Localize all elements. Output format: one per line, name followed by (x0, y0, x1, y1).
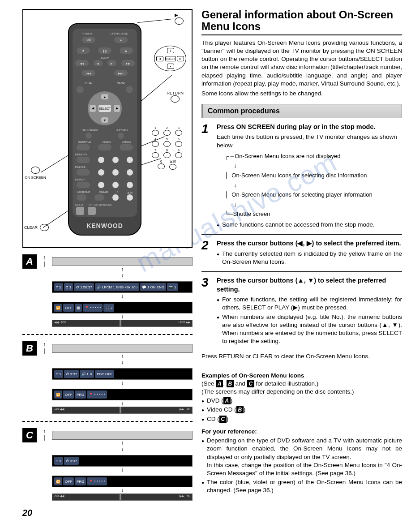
key-8[interactable] (112, 182, 119, 188)
slow-rev-button[interactable]: ◀ (94, 60, 103, 66)
ab-repeat-button[interactable] (77, 194, 86, 201)
on-screen-button[interactable] (86, 133, 92, 139)
letter-c: C (22, 428, 37, 442)
audio-info-icon: 🔊 LPCM 1 ENG 48k 16b (95, 283, 139, 291)
menu-button[interactable] (126, 86, 133, 93)
right-column: General information about On-Screen Menu… (201, 9, 402, 501)
marker-icon: 📍 * * * * * (87, 477, 107, 485)
subtitle-info-icon: 💬 1 ON ENG (140, 283, 166, 291)
subtitle-button[interactable] (77, 144, 90, 150)
osd-example-b: B ↑| ↑↓ T 1 ⏱ 3:37 🔊 L R PBC OFF ↓ 🔁 OFF (22, 341, 193, 414)
marker-icon: 📍 * * * * * (83, 304, 103, 312)
callout-keypad: 123 456 789 0≧10 (150, 126, 184, 172)
time-icon: ⏱ 3:37 (64, 457, 79, 465)
key-5[interactable] (112, 169, 119, 176)
title-icon: T 1 (54, 283, 63, 291)
title-icon: T 1 (54, 370, 63, 378)
key-7[interactable] (98, 182, 104, 188)
shuttle-bar-a: ◀◀ -100 +100 ▶▶ (52, 320, 193, 327)
callout-return: RETURN (167, 90, 184, 103)
title-icon: T 1 (54, 457, 63, 465)
callout-select: SELECT (165, 56, 176, 61)
key-3[interactable] (127, 157, 133, 163)
shuttle-bar-b: -40 ◀◀ ▶▶ +40 (52, 407, 193, 414)
callout-on-screen: ON SCREEN (24, 167, 47, 180)
reference-section: For your reference: Depending on the typ… (201, 428, 402, 495)
key-gte10[interactable] (127, 194, 133, 201)
key-0[interactable] (112, 194, 119, 201)
examples-section: Examples of On-Screen Menu Icons (See A,… (201, 372, 402, 423)
pbc-icon: PBC OFF (95, 370, 114, 378)
page-number: 20 (22, 508, 411, 518)
callout-play: ▶ (175, 13, 184, 26)
repeat-off-icon: OFF (63, 390, 74, 399)
title-button[interactable] (77, 86, 84, 93)
key-4[interactable] (98, 169, 104, 176)
prev-button[interactable]: ◀◀ (75, 60, 89, 66)
step-1: 1 Press ON SCREEN during play or in the … (201, 123, 402, 230)
callout-cursor-pad: ▲ ▼ ◀ ▶ SELECT (154, 46, 186, 71)
key-1[interactable] (98, 157, 104, 163)
brand-label: KENWOOD (69, 222, 141, 229)
angle-button[interactable] (120, 144, 133, 150)
return-button[interactable] (118, 133, 124, 139)
step-3: 3 Press the cursor buttons (▲, ▼) to sel… (201, 276, 402, 346)
repeat-button[interactable] (77, 182, 90, 188)
setup-button[interactable] (76, 207, 84, 215)
letter-a: A (22, 254, 37, 269)
repeat-info-icon: 🔁 (54, 304, 62, 312)
angle-info-icon: 📷1 (167, 283, 178, 291)
playmode-info-icon: ▦ (75, 304, 82, 312)
prg-icon: PRG (75, 390, 86, 399)
key-2[interactable] (112, 157, 119, 163)
intro-paragraph-2: Some icons allow the settings to be chan… (201, 90, 402, 98)
repeat-info-icon: 🔁 (54, 390, 62, 399)
pause-button[interactable]: ❚❚ (98, 47, 111, 54)
letter-b: B (22, 341, 37, 356)
cursor-right[interactable]: ▶ (114, 105, 120, 112)
callout-clear: CLEAR (24, 224, 49, 231)
left-column: ▶ ▲ ▼ ◀ ▶ SELECT RETURN 123 456 789 0≧1 (22, 9, 193, 501)
time-icon: ⏱ 3:37 (64, 370, 79, 378)
skip-back-button[interactable]: |◀◀ (82, 70, 95, 76)
intro-paragraph-1: This player features On-Screen Menu Icon… (201, 39, 402, 88)
stop-button[interactable]: ■ (77, 47, 90, 54)
power-button[interactable]: I/⏻ (82, 37, 95, 43)
pmode-button[interactable] (77, 169, 90, 176)
remote-body: POWEROPEN/CLOSE I/⏻▲ ■❚❚▶ SLOW ◀◀◀▶▶▶ |◀… (68, 23, 141, 236)
next-button[interactable]: ▶▶ (121, 60, 135, 66)
vss-icon: 🎧2 (103, 304, 114, 312)
step-2: 2 Press the cursor buttons (◀, ▶) to sel… (201, 239, 402, 267)
lr-icon: 🔊 L R (80, 370, 94, 378)
clear-button[interactable] (94, 194, 104, 201)
cursor-up[interactable]: ▲ (101, 94, 108, 99)
cursor-left[interactable]: ◀ (90, 105, 96, 112)
prg-icon: PRG (75, 477, 86, 485)
slow-fwd-button[interactable]: ▶ (107, 60, 116, 66)
cursor-pad: ▲ ▼ ◀ ▶ SELECT (88, 91, 122, 125)
shuttle-bar-c: -50 ◀◀ ▶▶ +50 (52, 493, 193, 501)
key-6[interactable] (127, 169, 133, 176)
time-icon: ⏱ 1:56:37 (74, 283, 94, 291)
remote-diagram: ▶ ▲ ▼ ◀ ▶ SELECT RETURN 123 456 789 0≧1 (22, 9, 193, 248)
return-clear-note: Press RETURN or CLEAR to clear the On-Sc… (201, 352, 402, 360)
repeat-off-icon: OFF (63, 477, 74, 485)
osd-example-a: A ↑| ↑↓ T 1 C 1 ⏱ 1:56:37 🔊 LPCM 1 ENG 4… (22, 254, 193, 327)
cursor-down[interactable]: ▼ (101, 117, 108, 123)
mode-cycle: ┌→On-Screen Menu Icons are not displayed… (225, 152, 402, 218)
key-9[interactable] (127, 182, 133, 188)
osd-example-c: C ↑| ↑↓ T 1 ⏱ 3:37 ↓ 🔁 OFF PRG 📍 * * * *… (22, 428, 193, 501)
repeat-off-icon: OFF (63, 304, 74, 312)
repeat-info-icon: 🔁 (54, 477, 62, 485)
audio-button[interactable] (98, 144, 111, 150)
section-common-procedures: Common procedures (201, 104, 402, 118)
skip-fwd-button[interactable]: ▶▶| (114, 70, 128, 76)
select-button[interactable]: SELECT (98, 105, 111, 112)
open-close-button[interactable]: ▲ (114, 37, 128, 43)
memory-button[interactable] (77, 157, 90, 163)
marker-icon: 📍 * * * * * (87, 390, 107, 399)
play-button[interactable]: ▶ (120, 47, 133, 54)
page-title: General information about On-Screen Menu… (201, 9, 402, 33)
virtual-surround-button[interactable] (88, 207, 96, 215)
chapter-icon: C 1 (64, 283, 73, 291)
